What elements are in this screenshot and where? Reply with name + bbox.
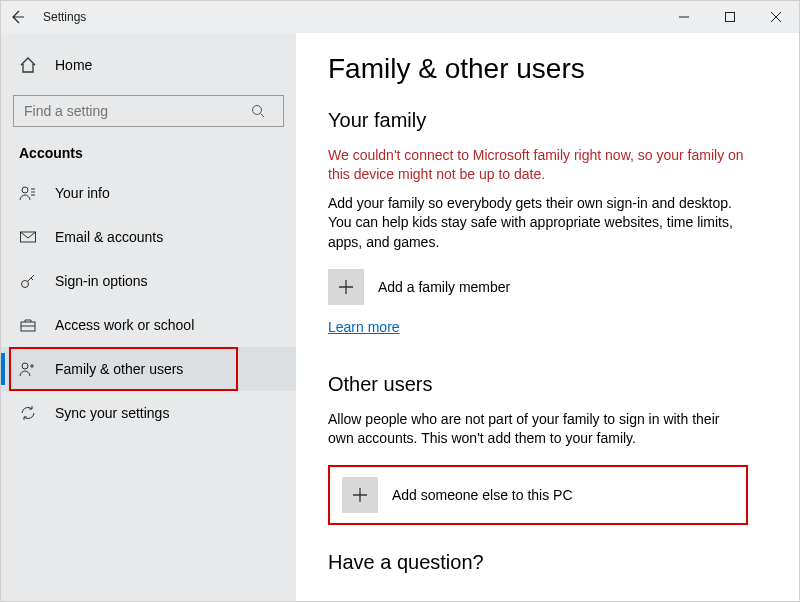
home-icon [19,56,37,74]
window-body: Home Accounts Your info Email & accounts [1,33,799,601]
maximize-icon [725,12,735,22]
home-button[interactable]: Home [1,45,296,85]
nav-item-label: Sign-in options [55,273,148,289]
add-family-label: Add a family member [378,279,510,295]
maximize-button[interactable] [707,1,753,33]
titlebar: Settings [1,1,799,33]
sync-icon [19,404,37,422]
learn-more-link[interactable]: Learn more [328,319,400,335]
svg-point-1 [253,105,262,114]
add-other-label: Add someone else to this PC [392,487,573,503]
minimize-icon [679,12,689,22]
key-icon [19,272,37,290]
add-other-highlight: Add someone else to this PC [328,465,748,525]
nav-your-info[interactable]: Your info [1,171,296,215]
section-accounts: Accounts [1,141,296,171]
your-family-heading: Your family [328,109,767,132]
sidebar: Home Accounts Your info Email & accounts [1,33,296,601]
nav-item-label: Your info [55,185,110,201]
nav-access-work-school[interactable]: Access work or school [1,303,296,347]
search-icon [251,104,283,119]
briefcase-icon [19,316,37,334]
settings-window: Settings Home Acco [0,0,800,602]
svg-rect-0 [726,13,735,22]
search-field[interactable] [14,103,251,119]
other-users-heading: Other users [328,373,767,396]
people-plus-icon [19,360,37,378]
home-label: Home [55,57,92,73]
have-question-heading: Have a question? [328,551,767,574]
nav-email-accounts[interactable]: Email & accounts [1,215,296,259]
nav-item-label: Email & accounts [55,229,163,245]
svg-point-6 [22,363,28,369]
nav-item-label: Family & other users [55,361,183,377]
family-error-text: We couldn't connect to Microsoft family … [328,146,748,184]
content-pane[interactable]: Family & other users Your family We coul… [296,33,799,601]
nav-family-other-users[interactable]: Family & other users [1,347,296,391]
search-input[interactable] [13,95,284,127]
window-title: Settings [43,10,86,24]
close-icon [771,12,781,22]
svg-point-4 [22,281,29,288]
add-family-member-button[interactable]: Add a family member [328,269,767,305]
nav-item-label: Access work or school [55,317,194,333]
back-button[interactable] [1,1,33,33]
plus-icon [328,269,364,305]
nav-sync-settings[interactable]: Sync your settings [1,391,296,435]
family-description: Add your family so everybody gets their … [328,194,748,253]
nav-list: Your info Email & accounts Sign-in optio… [1,171,296,435]
other-users-description: Allow people who are not part of your fa… [328,410,748,449]
svg-point-2 [22,187,28,193]
add-someone-else-button[interactable]: Add someone else to this PC [342,477,734,513]
plus-icon [342,477,378,513]
nav-item-label: Sync your settings [55,405,169,421]
close-button[interactable] [753,1,799,33]
mail-icon [19,228,37,246]
nav-signin-options[interactable]: Sign-in options [1,259,296,303]
minimize-button[interactable] [661,1,707,33]
page-title: Family & other users [328,53,767,85]
arrow-left-icon [9,9,25,25]
person-badge-icon [19,184,37,202]
